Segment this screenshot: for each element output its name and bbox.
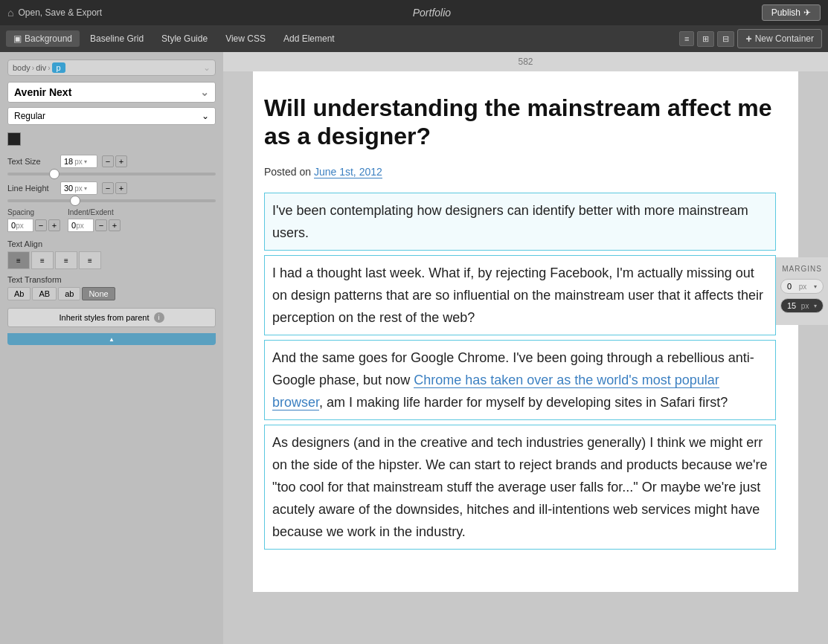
line-height-slider-thumb[interactable] (70, 196, 80, 206)
text-size-dropdown-icon: ▾ (84, 158, 87, 165)
indent-decrease[interactable]: − (95, 219, 107, 231)
text-size-row: Text Size 18 px ▾ − + (7, 155, 216, 168)
line-height-value-box[interactable]: 30 px ▾ (60, 181, 97, 195)
line-height-value: 30 (64, 184, 73, 193)
font-name-selector[interactable]: Avenir Next ⌄ (7, 82, 216, 103)
breadcrumb-expand-icon[interactable]: ⌄ (203, 62, 211, 73)
layout-tools: ≡ ⊞ ⊟ (679, 31, 734, 47)
spacing-label: Spacing (7, 208, 60, 216)
line-height-row: Line Height 30 px ▾ − + (7, 181, 216, 195)
line-height-decrease[interactable]: − (102, 182, 114, 194)
line-height-label: Line Height (7, 184, 56, 193)
font-selector-arrow-icon: ⌄ (200, 86, 209, 98)
paragraph-1[interactable]: I've been contemplating how designers ca… (264, 193, 776, 251)
canvas-content: Will understanding the mainstream affect… (223, 71, 828, 592)
nav-add-element[interactable]: Add Element (276, 30, 342, 47)
margin-top-dropdown-icon: ▾ (814, 283, 817, 290)
font-style-selector[interactable]: Regular ⌄ (7, 107, 216, 125)
sidebar-handle[interactable] (7, 333, 216, 345)
paragraph-3[interactable]: And the same goes for Google Chrome. I'v… (264, 340, 776, 420)
align-left-button[interactable]: ≡ (7, 251, 30, 269)
margin-bottom-unit: px (801, 302, 809, 310)
transform-capitalize-button[interactable]: Ab (7, 287, 31, 300)
text-size-value: 18 (64, 157, 73, 166)
color-swatch[interactable] (7, 132, 21, 146)
transform-lowercase-button[interactable]: ab (58, 287, 80, 300)
breadcrumb-div[interactable]: div (36, 63, 46, 72)
font-style-arrow-icon: ⌄ (202, 111, 209, 121)
line-height-stepper: − + (102, 182, 127, 194)
inherit-info-icon: i (154, 312, 164, 323)
open-save-button[interactable]: Open, Save & Export (18, 7, 102, 18)
color-row (7, 132, 216, 146)
spacing-indent-row: Spacing 0 px − + Indent/Exdent 0 px (7, 208, 216, 232)
plus-icon: + (745, 33, 751, 45)
sidebar: body › div › p ⌄ Avenir Next ⌄ Regular ⌄… (0, 52, 223, 644)
spacing-group: Spacing 0 px − + (7, 208, 60, 232)
font-name-label: Avenir Next (14, 86, 71, 98)
margin-bottom-dropdown-icon: ▾ (814, 303, 817, 309)
post-meta-prefix: Posted on (264, 166, 314, 178)
background-icon: ▣ (13, 33, 22, 44)
spacing-decrease[interactable]: − (35, 219, 47, 231)
margin-bottom-input[interactable]: 15 px ▾ (780, 298, 824, 313)
line-height-slider-track[interactable] (7, 199, 216, 202)
nav-background[interactable]: ▣ Background (6, 30, 80, 47)
align-justify-button[interactable]: ≡ (79, 251, 101, 269)
margin-top-input[interactable]: 0 px ▾ (780, 279, 824, 294)
text-size-stepper: − + (102, 155, 127, 167)
layout-tool-3[interactable]: ⊟ (717, 31, 734, 47)
layout-tool-1[interactable]: ≡ (679, 31, 694, 46)
spacing-input-row: 0 px − + (7, 219, 60, 232)
home-icon[interactable]: ⌂ (7, 7, 13, 19)
new-container-button[interactable]: + New Container (737, 29, 822, 48)
transform-none-button[interactable]: None (82, 287, 115, 300)
margins-label: MARGINS (780, 265, 824, 273)
margin-top-unit: px (799, 283, 807, 291)
inherit-styles-button[interactable]: Inherit styles from parent i (7, 308, 216, 327)
breadcrumb-arrow-2: › (48, 64, 50, 72)
paragraph-4[interactable]: As designers (and in the creative and te… (264, 425, 776, 550)
indent-value-box[interactable]: 0 px (68, 219, 94, 232)
indent-input-row: 0 px − + (68, 219, 121, 232)
top-bar-left: ⌂ Open, Save & Export (7, 7, 102, 19)
spacing-value-box[interactable]: 0 px (7, 219, 33, 232)
text-size-value-box[interactable]: 18 px ▾ (60, 155, 97, 168)
align-center-button[interactable]: ≡ (31, 251, 54, 269)
text-size-decrease[interactable]: − (102, 155, 114, 167)
page-number: 582 (223, 52, 828, 71)
text-align-section: Text Align ≡ ≡ ≡ ≡ (7, 239, 216, 269)
breadcrumb-p[interactable]: p (52, 62, 65, 73)
indent-increase[interactable]: + (109, 219, 121, 231)
nav-style-guide[interactable]: Style Guide (154, 30, 215, 47)
paragraph-4-text: As designers (and in the creative and te… (272, 435, 768, 539)
post-meta-link[interactable]: June 1st, 2012 (314, 166, 382, 178)
layout-tool-2[interactable]: ⊞ (697, 31, 714, 47)
text-size-slider-thumb[interactable] (49, 169, 60, 179)
margins-panel: MARGINS 0 px ▾ 15 px ▾ (776, 257, 828, 325)
align-right-button[interactable]: ≡ (55, 251, 77, 269)
text-align-buttons: ≡ ≡ ≡ ≡ (7, 251, 216, 269)
post-meta: Posted on June 1st, 2012 (264, 166, 776, 178)
publish-button[interactable]: Publish ✈ (762, 4, 821, 21)
spacing-increase[interactable]: + (48, 219, 60, 231)
top-bar-right: Publish ✈ (762, 4, 821, 21)
line-height-increase[interactable]: + (115, 182, 127, 194)
paragraph-3-text-after: , am I making life harder for myself by … (319, 395, 728, 410)
text-size-increase[interactable]: + (115, 155, 127, 167)
inherit-styles-label: Inherit styles from parent (59, 313, 149, 322)
publish-icon: ✈ (803, 7, 811, 18)
paragraph-2[interactable]: I had a thought last week. What if, by r… (264, 255, 776, 335)
line-height-unit: px (74, 184, 83, 193)
text-size-slider-row (7, 173, 216, 176)
transform-uppercase-button[interactable]: AB (32, 287, 57, 300)
paragraph-1-text: I've been contemplating how designers ca… (272, 203, 748, 240)
nav-view-css[interactable]: View CSS (218, 30, 273, 47)
paragraph-2-text: I had a thought last week. What if, by r… (272, 265, 763, 325)
text-transform-label: Text Transform (7, 275, 216, 284)
text-size-slider-track[interactable] (7, 173, 216, 176)
content-area: Will understanding the mainstream affect… (253, 71, 798, 592)
indent-group: Indent/Exdent 0 px − + (68, 208, 121, 232)
breadcrumb-body[interactable]: body (13, 63, 31, 72)
nav-baseline-grid[interactable]: Baseline Grid (83, 30, 151, 47)
